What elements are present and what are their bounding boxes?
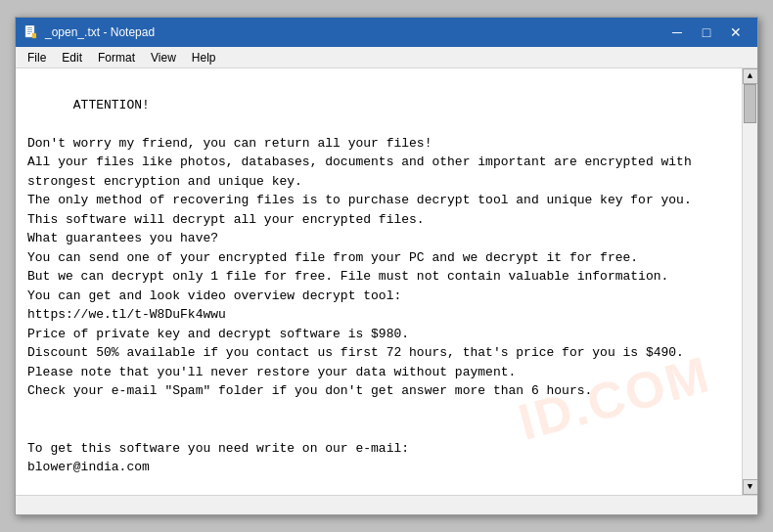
menu-view[interactable]: View (143, 49, 184, 66)
main-text: ATTENTION! Don't worry my friend, you ca… (27, 98, 692, 496)
window-title: _open_.txt - Notepad (45, 25, 155, 39)
menu-file[interactable]: File (20, 49, 54, 66)
svg-rect-4 (27, 33, 30, 34)
vertical-scrollbar[interactable]: ▲ ▼ (742, 68, 757, 495)
text-editor[interactable]: ATTENTION! Don't worry my friend, you ca… (16, 68, 742, 495)
close-button[interactable]: ✕ (722, 22, 750, 43)
svg-rect-2 (27, 29, 32, 30)
scroll-up-arrow[interactable]: ▲ (743, 68, 758, 84)
status-bar (16, 495, 757, 514)
title-bar-left: _open_.txt - Notepad (23, 24, 155, 40)
notepad-window: _open_.txt - Notepad ─ □ ✕ File Edit For… (15, 17, 758, 515)
minimize-button[interactable]: ─ (663, 22, 691, 43)
menu-format[interactable]: Format (90, 49, 143, 66)
menu-help[interactable]: Help (184, 49, 224, 66)
svg-rect-3 (27, 31, 32, 32)
maximize-button[interactable]: □ (693, 22, 720, 43)
svg-rect-5 (32, 33, 36, 38)
title-bar: _open_.txt - Notepad ─ □ ✕ (16, 18, 757, 47)
content-area: ATTENTION! Don't worry my friend, you ca… (16, 68, 757, 495)
scrollbar-track[interactable] (743, 84, 757, 479)
menu-bar: File Edit Format View Help (16, 47, 757, 68)
scrollbar-thumb[interactable] (744, 84, 756, 123)
notepad-icon (23, 24, 39, 40)
window-controls: ─ □ ✕ (663, 22, 750, 43)
menu-edit[interactable]: Edit (54, 49, 90, 66)
svg-rect-1 (27, 27, 32, 28)
scroll-down-arrow[interactable]: ▼ (743, 479, 758, 495)
